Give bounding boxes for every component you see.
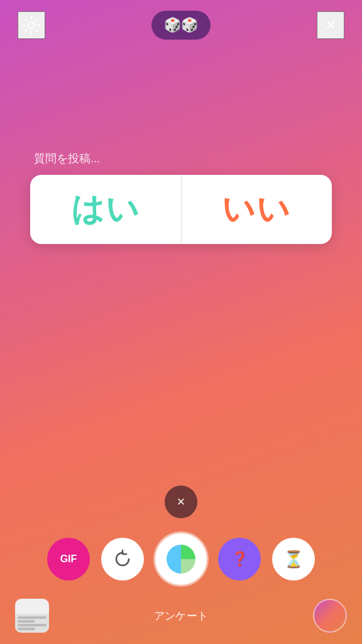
timer-icon: ⏳ (283, 550, 304, 569)
dice-icon: 🎲🎲 (164, 17, 198, 33)
settings-button[interactable] (18, 11, 45, 39)
rewind-button[interactable] (101, 538, 144, 580)
poll-container: 質問を投稿... はい いい (30, 151, 332, 244)
poll-option-yes[interactable]: はい (30, 175, 182, 244)
settings-icon (21, 14, 42, 36)
svg-point-0 (28, 22, 35, 28)
gif-label: GIF (60, 553, 77, 565)
bottom-toolbar: GIF ❓ ⏳ (0, 525, 362, 594)
close-top-icon: × (326, 15, 336, 35)
close-top-button[interactable]: × (317, 11, 344, 39)
bottom-bar: アンケート (0, 594, 362, 644)
gallery-line-3 (18, 624, 47, 626)
gif-button[interactable]: GIF (47, 538, 90, 580)
gallery-line-2 (18, 620, 35, 623)
poll-mode-label: アンケート (154, 609, 209, 623)
poll-card[interactable]: はい いい (30, 175, 332, 244)
poll-pie-icon (164, 542, 198, 576)
poll-yes-label: はい (71, 187, 140, 231)
question-button[interactable]: ❓ (218, 538, 261, 580)
question-icon: ❓ (231, 551, 248, 567)
dismiss-button[interactable]: × (165, 486, 197, 518)
gallery-line-4 (18, 628, 35, 630)
gallery-preview (15, 614, 49, 633)
camera-button[interactable] (313, 599, 347, 633)
poll-option-no[interactable]: いい (182, 175, 332, 244)
rewind-icon (112, 549, 133, 569)
timer-button[interactable]: ⏳ (272, 538, 315, 580)
gallery-line-1 (18, 616, 47, 619)
dice-pill[interactable]: 🎲🎲 (151, 11, 211, 40)
top-bar: 🎲🎲 × (0, 0, 362, 50)
poll-button-active[interactable] (155, 533, 207, 585)
poll-no-label: いい (222, 187, 291, 231)
poll-prompt: 質問を投稿... (30, 151, 332, 166)
gallery-thumbnail[interactable] (15, 599, 49, 633)
dismiss-icon: × (177, 495, 185, 509)
